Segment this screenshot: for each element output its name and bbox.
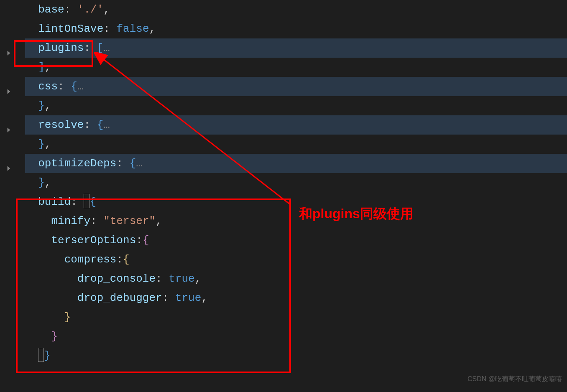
fold-ellipsis[interactable]: … xyxy=(103,42,110,54)
prop-key: optimizeDeps xyxy=(38,157,116,170)
code-line: compress:{ xyxy=(25,250,567,269)
code-line-folded: resolve: {… xyxy=(25,115,567,135)
fold-ellipsis[interactable]: … xyxy=(103,119,110,131)
code-line: } xyxy=(25,327,567,346)
code-line: } xyxy=(25,308,567,327)
prop-key: drop_console xyxy=(77,272,156,285)
prop-key: plugins xyxy=(38,42,84,54)
prop-key: compress xyxy=(64,253,117,266)
code-line-folded: plugins: [… xyxy=(25,38,567,58)
code-line: drop_debugger: true, xyxy=(25,288,567,308)
chevron-right-icon[interactable] xyxy=(5,44,13,52)
code-line: }, xyxy=(25,96,567,115)
code-line: base: './', xyxy=(25,0,567,19)
bracket-match-box xyxy=(38,348,44,362)
code-line: minify: "terser", xyxy=(25,211,567,231)
bool-value: true xyxy=(169,272,194,285)
chevron-right-icon[interactable] xyxy=(5,160,13,167)
prop-key: minify xyxy=(51,215,90,227)
code-editor[interactable]: base: './', lintOnSave: false, plugins: … xyxy=(0,0,567,384)
bracket-match-box xyxy=(84,194,89,208)
code-line: }, xyxy=(25,173,567,192)
code-line: lintOnSave: false, xyxy=(25,19,567,38)
code-line: drop_console: true, xyxy=(25,269,567,288)
code-line: ], xyxy=(25,58,567,77)
bool-value: false xyxy=(116,23,149,35)
code-line: }, xyxy=(25,135,567,154)
fold-ellipsis[interactable]: … xyxy=(77,80,84,93)
prop-key: terserOptions xyxy=(51,234,136,247)
string-value: "terser" xyxy=(103,215,156,227)
code-line-folded: optimizeDeps: {… xyxy=(25,154,567,173)
code-line: build: { xyxy=(25,192,567,211)
fold-ellipsis[interactable]: … xyxy=(136,157,143,170)
prop-key: lintOnSave xyxy=(38,23,103,35)
bool-value: true xyxy=(175,292,201,304)
chevron-right-icon[interactable] xyxy=(5,121,13,129)
code-line-folded: css: {… xyxy=(25,77,567,96)
chevron-right-icon[interactable] xyxy=(5,83,13,90)
prop-key: build xyxy=(38,196,71,208)
annotation-label: 和plugins同级使用 xyxy=(299,204,414,223)
prop-key: base xyxy=(38,3,64,16)
code-line: } xyxy=(25,346,567,365)
prop-key: resolve xyxy=(38,119,84,131)
prop-key: drop_debugger xyxy=(77,292,162,304)
string-value: './' xyxy=(77,3,103,16)
watermark: CSDN @吃葡萄不吐葡萄皮嘻嘻 xyxy=(467,369,562,389)
prop-key: css xyxy=(38,80,58,93)
code-line: terserOptions:{ xyxy=(25,231,567,250)
